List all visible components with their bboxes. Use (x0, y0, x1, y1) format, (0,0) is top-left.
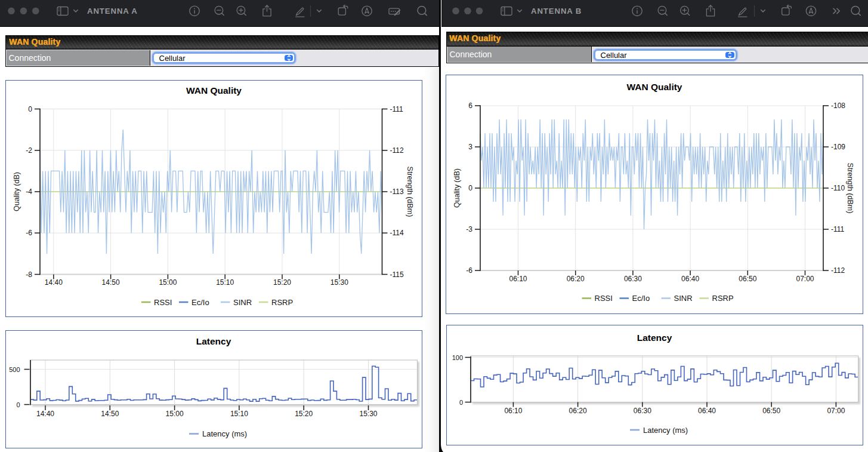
svg-text:-8: -8 (26, 270, 32, 279)
svg-text:15:20: 15:20 (295, 410, 313, 418)
svg-text:-110: -110 (831, 184, 845, 192)
svg-text:3: 3 (468, 143, 472, 151)
svg-text:06:50: 06:50 (762, 407, 780, 415)
svg-text:15:10: 15:10 (230, 410, 248, 418)
svg-text:SINR: SINR (233, 298, 252, 307)
svg-text:15:30: 15:30 (359, 410, 377, 418)
svg-text:Ec/Io: Ec/Io (191, 298, 209, 307)
svg-text:15:20: 15:20 (273, 278, 291, 287)
svg-text:Quality (dB): Quality (dB) (453, 168, 461, 208)
svg-text:06:30: 06:30 (634, 407, 651, 415)
svg-text:-112: -112 (390, 146, 404, 155)
svg-text:100: 100 (452, 354, 463, 361)
svg-text:Quality (dB): Quality (dB) (13, 172, 21, 211)
svg-text:07:00: 07:00 (827, 407, 845, 415)
svg-text:15:10: 15:10 (216, 278, 234, 287)
svg-text:500: 500 (9, 366, 20, 373)
svg-text:-115: -115 (390, 270, 404, 279)
svg-text:-2: -2 (26, 146, 32, 155)
svg-text:06:40: 06:40 (698, 407, 716, 415)
svg-text:14:50: 14:50 (101, 410, 119, 418)
svg-text:06:20: 06:20 (567, 275, 585, 283)
svg-text:6: 6 (468, 102, 472, 110)
svg-text:06:20: 06:20 (569, 407, 587, 415)
svg-text:-4: -4 (26, 187, 32, 196)
svg-text:0: 0 (16, 401, 20, 408)
svg-text:Latency: Latency (196, 336, 231, 346)
svg-text:07:00: 07:00 (796, 275, 814, 283)
svg-text:06:30: 06:30 (624, 275, 642, 283)
svg-text:0: 0 (459, 399, 463, 406)
svg-text:15:00: 15:00 (166, 410, 184, 418)
svg-text:-109: -109 (831, 143, 845, 151)
svg-text:14:50: 14:50 (102, 278, 120, 287)
svg-text:WAN Quality: WAN Quality (186, 85, 242, 96)
svg-text:RSSI: RSSI (154, 298, 172, 307)
svg-text:-114: -114 (390, 229, 404, 237)
svg-text:Latency: Latency (637, 333, 672, 343)
svg-text:Strength (dBm): Strength (dBm) (406, 167, 414, 217)
svg-text:0: 0 (468, 184, 472, 192)
svg-text:-111: -111 (831, 225, 845, 233)
svg-text:15:00: 15:00 (159, 278, 177, 287)
svg-text:06:50: 06:50 (739, 275, 756, 283)
svg-text:-6: -6 (26, 229, 32, 237)
svg-text:14:40: 14:40 (45, 278, 63, 287)
svg-text:-112: -112 (831, 266, 845, 275)
svg-text:15:30: 15:30 (330, 278, 348, 287)
svg-text:Ec/Io: Ec/Io (632, 294, 650, 303)
svg-text:-113: -113 (390, 187, 404, 196)
svg-text:RSRP: RSRP (712, 294, 734, 303)
svg-text:14:40: 14:40 (36, 410, 54, 418)
svg-text:0: 0 (28, 105, 32, 113)
svg-text:Latency (ms): Latency (ms) (202, 429, 247, 438)
svg-text:Latency (ms): Latency (ms) (643, 426, 688, 435)
svg-text:SINR: SINR (674, 294, 693, 303)
svg-text:-111: -111 (390, 105, 404, 113)
svg-text:06:10: 06:10 (509, 275, 527, 283)
svg-text:-108: -108 (831, 102, 845, 110)
svg-text:Strength (dBm): Strength (dBm) (846, 163, 854, 214)
svg-text:-3: -3 (466, 225, 472, 233)
svg-text:RSSI: RSSI (595, 294, 613, 303)
svg-text:06:40: 06:40 (681, 275, 699, 283)
svg-text:-6: -6 (466, 266, 472, 275)
svg-text:RSRP: RSRP (271, 298, 293, 307)
svg-text:WAN Quality: WAN Quality (626, 82, 682, 92)
svg-text:06:10: 06:10 (504, 407, 522, 415)
